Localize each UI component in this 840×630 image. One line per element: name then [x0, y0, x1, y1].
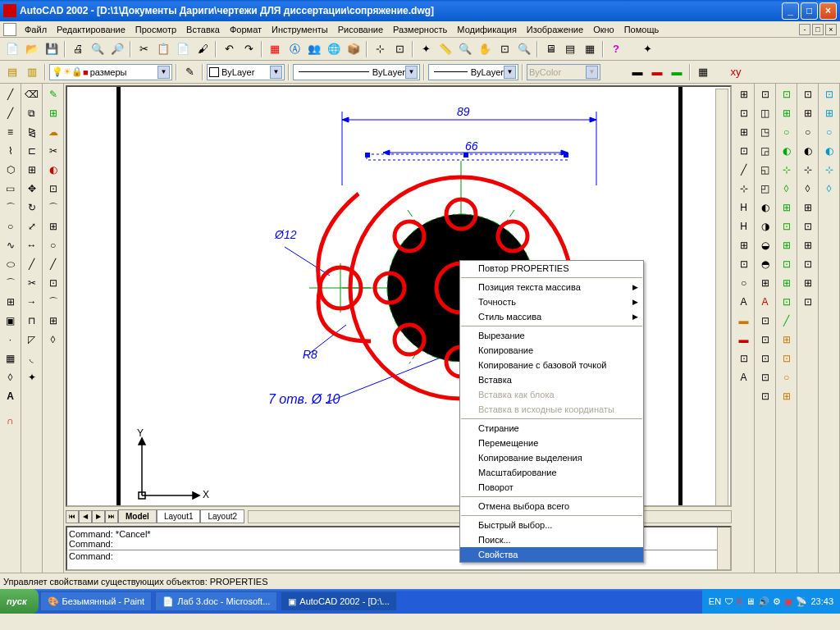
doc-minimize-button[interactable]: -: [799, 24, 810, 35]
insert-icon[interactable]: ⊞: [2, 293, 20, 311]
move-icon[interactable]: ✥: [23, 180, 41, 198]
arc-icon[interactable]: ⌒: [2, 199, 20, 217]
menu-modify[interactable]: Модификация: [452, 23, 522, 36]
maximize-button[interactable]: □: [801, 2, 818, 20]
r3-11-icon[interactable]: ⊞: [778, 274, 796, 292]
preview-icon[interactable]: 🔍: [89, 40, 107, 58]
ctx-paste[interactable]: Вставка: [460, 372, 643, 387]
mirror-icon[interactable]: ⧎: [23, 123, 41, 141]
r3-3-icon[interactable]: ○: [778, 123, 796, 141]
stretch-icon[interactable]: ↔: [23, 236, 41, 254]
r2-12-icon[interactable]: A: [756, 293, 774, 311]
menu-window[interactable]: Окно: [588, 23, 619, 36]
menu-image[interactable]: Изображение: [522, 23, 588, 36]
ctx-cut[interactable]: Вырезание: [460, 328, 643, 343]
magnet-icon[interactable]: ∩: [2, 412, 20, 430]
r2-10-icon[interactable]: ◓: [756, 255, 774, 273]
menu-edit[interactable]: Редактирование: [52, 23, 130, 36]
ctx-precision[interactable]: Точность▶: [460, 294, 643, 309]
xline-icon[interactable]: ╱: [2, 104, 20, 122]
taskbtn-acad[interactable]: ▣ AutoCAD 2002 - [D:\...: [281, 591, 396, 611]
tab-next-icon[interactable]: ▶: [92, 510, 105, 523]
meetnow-icon[interactable]: 👥: [305, 40, 323, 58]
ex10-icon[interactable]: ╱: [44, 255, 62, 273]
clock[interactable]: 23:43: [810, 596, 833, 606]
open-icon[interactable]: 📂: [23, 40, 41, 58]
point-icon[interactable]: ·: [2, 331, 20, 349]
ex12-icon[interactable]: ⌒: [44, 293, 62, 311]
activeassist-icon[interactable]: ✦: [638, 40, 656, 58]
r1-5-icon[interactable]: ╱: [735, 161, 753, 179]
r1-15-icon[interactable]: ⊡: [735, 349, 753, 368]
zoom-window-icon[interactable]: ⊡: [495, 40, 514, 58]
offset-icon[interactable]: ⊏: [23, 142, 41, 160]
menu-dimension[interactable]: Размерность: [388, 23, 452, 36]
r2-16-icon[interactable]: ⊡: [756, 368, 774, 386]
tray-icon[interactable]: ▣: [784, 596, 792, 607]
autodesk-icon[interactable]: Ⓐ: [285, 40, 304, 58]
r3-8-icon[interactable]: ⊡: [778, 217, 796, 235]
r5-4-icon[interactable]: ◐: [820, 142, 838, 160]
scale-icon[interactable]: ⤢: [23, 217, 41, 235]
linetype-combo[interactable]: ByLayer ▼: [293, 64, 420, 80]
copy-icon[interactable]: 📋: [154, 40, 172, 58]
extend-icon[interactable]: →: [23, 293, 41, 311]
layer-combo[interactable]: 💡☀🔒■ размеры ▼: [49, 64, 172, 80]
ex3-icon[interactable]: ☁: [44, 123, 62, 141]
r3-1-icon[interactable]: ⊡: [778, 85, 796, 103]
pline-icon[interactable]: ⌇: [2, 142, 20, 160]
r5-5-icon[interactable]: ⊹: [820, 161, 838, 179]
lineweight-combo[interactable]: ByLayer ▼: [428, 64, 518, 80]
tray-icon[interactable]: ⚙: [773, 596, 781, 607]
ucs-icon[interactable]: ✦: [417, 40, 435, 58]
menu-help[interactable]: Помощь: [619, 23, 664, 36]
r2-4-icon[interactable]: ◲: [756, 142, 774, 160]
tray-icon[interactable]: K: [737, 596, 742, 606]
tab-prev-icon[interactable]: ◀: [79, 510, 92, 523]
color-combo[interactable]: ByLayer ▼: [207, 64, 285, 80]
r3-7-icon[interactable]: ⊞: [778, 199, 796, 217]
ex2-icon[interactable]: ⊞: [44, 104, 62, 122]
ctx-deselect[interactable]: Отмена выбора всего: [460, 499, 643, 514]
ctx-position[interactable]: Позиция текста массива▶: [460, 280, 643, 294]
polygon-icon[interactable]: ⬡: [2, 161, 20, 179]
layers-icon[interactable]: ▤: [3, 63, 21, 81]
r1-11-icon[interactable]: ○: [735, 274, 753, 292]
lang-indicator[interactable]: EN: [709, 596, 721, 606]
r2-7-icon[interactable]: ◐: [756, 199, 774, 217]
dropdown-icon[interactable]: ▼: [270, 66, 282, 79]
cmd-scrollbar[interactable]: [717, 527, 730, 569]
r4-4-icon[interactable]: ◐: [799, 142, 817, 160]
r4-5-icon[interactable]: ⊹: [799, 161, 817, 179]
tab-layout2[interactable]: Layout2: [200, 509, 244, 523]
ex7-icon[interactable]: ⌒: [44, 199, 62, 217]
r3-5-icon[interactable]: ⊹: [778, 161, 796, 179]
dbconnect-icon[interactable]: 🖥: [541, 40, 559, 58]
r2-5-icon[interactable]: ◱: [756, 161, 774, 179]
r4-11-icon[interactable]: ⊞: [799, 274, 817, 292]
dim4-icon[interactable]: ▦: [694, 63, 712, 81]
r4-9-icon[interactable]: ⊞: [799, 236, 817, 254]
r2-15-icon[interactable]: ⊡: [756, 349, 774, 368]
menu-insert[interactable]: Вставка: [181, 23, 225, 36]
pan-icon[interactable]: ✋: [476, 40, 494, 58]
new-icon[interactable]: 📄: [3, 40, 21, 58]
track-icon[interactable]: ⊹: [371, 40, 389, 58]
zoom-prev-icon[interactable]: 🔍: [515, 40, 533, 58]
r4-12-icon[interactable]: ⊡: [799, 293, 817, 311]
chamfer-icon[interactable]: ◸: [23, 331, 41, 349]
dim2-icon[interactable]: ▬: [648, 63, 666, 81]
designcenter-icon[interactable]: ▦: [581, 40, 599, 58]
copy-obj-icon[interactable]: ⧉: [23, 104, 41, 122]
r3-14-icon[interactable]: ⊞: [778, 331, 796, 349]
r1-8-icon[interactable]: H: [735, 217, 753, 235]
ctx-move[interactable]: Перемещение: [460, 436, 643, 450]
close-button[interactable]: ×: [819, 2, 837, 20]
taskbtn-paint[interactable]: 🎨 Безымянный - Paint: [40, 591, 153, 611]
dropdown-icon[interactable]: ▼: [405, 66, 418, 79]
r1-6-icon[interactable]: ⊹: [735, 180, 753, 198]
menu-draw[interactable]: Рисование: [333, 23, 388, 36]
r4-7-icon[interactable]: ⊞: [799, 199, 817, 217]
r5-3-icon[interactable]: ○: [820, 123, 838, 141]
array-icon[interactable]: ⊞: [23, 161, 41, 179]
